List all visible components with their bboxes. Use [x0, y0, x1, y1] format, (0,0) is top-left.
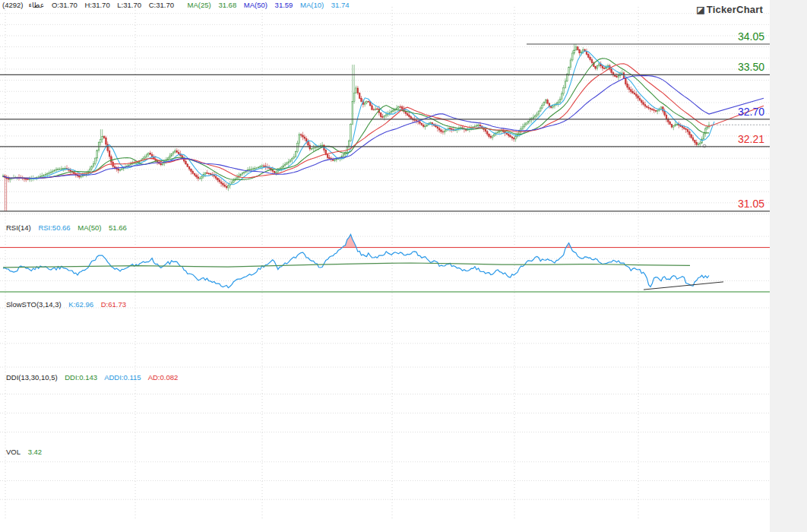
ddi-panel-header: DDI(13,30,10,5) DDI:0.143 ADDI:0.115 AD:… — [6, 373, 183, 382]
rsi-value: RSI:50.66 — [38, 223, 70, 232]
sto-k-value: K:62.96 — [68, 300, 93, 309]
chart-canvas[interactable]: 34.0533.5032.7032.2131.05 — [0, 0, 807, 532]
symbol-name: عطاء — [28, 1, 44, 9]
ddi-value: DDI:0.143 — [65, 373, 97, 382]
ma25-label: MA(25) — [188, 1, 211, 9]
ma10-value: 31.74 — [331, 1, 350, 9]
addi-value: ADDI:0.115 — [104, 373, 141, 382]
vol-indicator-name: VOL — [6, 448, 21, 456]
price-level-label: 33.50 — [738, 61, 764, 73]
close-value: C:31.70 — [149, 1, 174, 9]
sto-indicator-name: SlowSTO(3,14,3) — [6, 300, 62, 309]
price-level-label: 32.21 — [738, 133, 764, 145]
ddi-indicator-name: DDI(13,30,10,5) — [6, 373, 58, 382]
ad-value: AD:0.082 — [148, 373, 179, 382]
low-value: L:31.70 — [117, 1, 141, 9]
ma50-label: MA(50) — [244, 1, 267, 9]
sto-panel-header: SlowSTO(3,14,3) K:62.96 D:61.73 — [6, 300, 131, 309]
tickerchart-logo: ◪TickerChart — [696, 4, 763, 15]
high-value: H:31.70 — [84, 1, 109, 9]
price-level-label: 32.70 — [738, 106, 764, 118]
price-panel-header: عطاء(4292) O:31.70 H:31.70 L:31.70 C:31.… — [5, 1, 355, 9]
symbol-code: (4292) — [2, 1, 23, 9]
price-level-label: 31.05 — [738, 198, 764, 210]
sto-d-value: D:61.73 — [101, 300, 126, 309]
vol-panel-header: VOL 3.42 — [6, 448, 47, 456]
tickerchart-window: 34.0533.5032.7032.2131.05 عطاء(4292) O:3… — [0, 0, 807, 532]
rsi-ma-value: 51.66 — [109, 223, 127, 232]
price-level-label: 34.05 — [738, 30, 764, 43]
rsi-ma-label: MA(50) — [78, 223, 101, 232]
open-value: O:31.70 — [52, 1, 78, 9]
tickerchart-logo-text: TickerChart — [707, 4, 763, 15]
rsi-indicator-name: RSI(14) — [6, 223, 31, 232]
tickerchart-logo-icon: ◪ — [696, 5, 705, 15]
ma10-label: MA(10) — [300, 1, 324, 9]
ma50-value: 31.59 — [275, 1, 293, 9]
rsi-panel-header: RSI(14) RSI:50.66 MA(50) 51.66 — [6, 223, 132, 232]
vol-value: 3.42 — [28, 448, 43, 456]
ma25-value: 31.68 — [218, 1, 236, 9]
